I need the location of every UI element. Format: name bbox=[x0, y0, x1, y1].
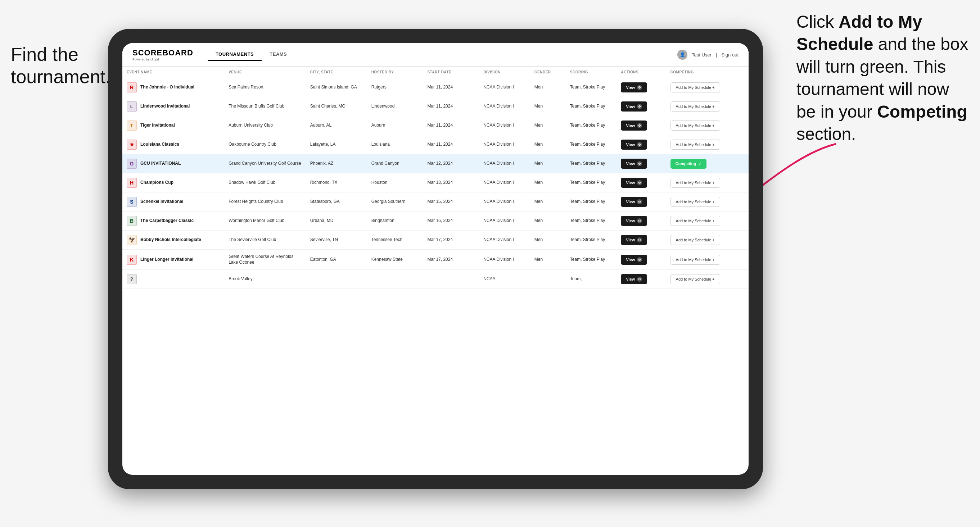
venue-cell: Forest Heights Country Club bbox=[224, 192, 306, 211]
city-cell: Statesboro, GA bbox=[306, 192, 367, 211]
add-to-schedule-button[interactable]: Add to My Schedule + bbox=[670, 235, 720, 245]
table-row: ? Brook ValleyNCAATeam, View ⊙ Add to My… bbox=[123, 270, 749, 289]
date-cell: Mar 11, 2024 bbox=[423, 78, 479, 97]
view-icon: ⊙ bbox=[637, 237, 642, 243]
logo-text: SCOREBOARD bbox=[132, 48, 193, 57]
competing-cell: Add to My Schedule + bbox=[666, 135, 749, 154]
venue-cell: Great Waters Course At Reynolds Lake Oco… bbox=[224, 250, 306, 270]
scoring-cell: Team, Stroke Play bbox=[566, 173, 617, 192]
view-button[interactable]: View ⊙ bbox=[621, 121, 647, 130]
gender-cell: Men bbox=[530, 135, 566, 154]
col-header-competing: COMPETING bbox=[666, 67, 749, 78]
division-cell: NCAA Division I bbox=[479, 97, 530, 116]
division-cell: NCAA Division I bbox=[479, 173, 530, 192]
view-button[interactable]: View ⊙ bbox=[621, 274, 647, 284]
team-logo: ⚜ bbox=[127, 140, 137, 150]
actions-cell: View ⊙ bbox=[617, 211, 666, 230]
view-button[interactable]: View ⊙ bbox=[621, 83, 647, 92]
city-cell: Auburn, AL bbox=[306, 116, 367, 135]
event-name-cell: G GCU INVITATIONAL bbox=[123, 154, 224, 173]
scoring-cell: Team, Stroke Play bbox=[566, 230, 617, 250]
division-cell: NCAA Division I bbox=[479, 154, 530, 173]
competing-cell: Competing bbox=[666, 154, 749, 173]
scoring-cell: Team, Stroke Play bbox=[566, 135, 617, 154]
view-button[interactable]: View ⊙ bbox=[621, 235, 647, 245]
view-icon: ⊙ bbox=[637, 277, 642, 282]
city-cell: Urbana, MD bbox=[306, 211, 367, 230]
hosted-cell bbox=[367, 270, 423, 289]
venue-cell: Sea Palms Resort bbox=[224, 78, 306, 97]
table-row: T Tiger Invitational Auburn University C… bbox=[123, 116, 749, 135]
team-logo: R bbox=[127, 83, 137, 92]
hosted-cell: Grand Canyon bbox=[367, 154, 423, 173]
table-row: H Champions Cup Shadow Hawk Golf ClubRic… bbox=[123, 173, 749, 192]
hosted-cell: Tennessee Tech bbox=[367, 230, 423, 250]
date-cell: Mar 11, 2024 bbox=[423, 116, 479, 135]
sign-out-link[interactable]: Sign out bbox=[721, 52, 738, 57]
view-button[interactable]: View ⊙ bbox=[621, 216, 647, 226]
competing-cell: Add to My Schedule + bbox=[666, 116, 749, 135]
gender-cell: Men bbox=[530, 97, 566, 116]
team-logo: 🦅 bbox=[127, 235, 137, 245]
add-to-schedule-button[interactable]: Add to My Schedule + bbox=[670, 274, 720, 284]
event-name-text: Tiger Invitational bbox=[140, 123, 175, 129]
view-icon: ⊙ bbox=[637, 123, 642, 128]
date-cell: Mar 11, 2024 bbox=[423, 97, 479, 116]
view-button[interactable]: View ⊙ bbox=[621, 255, 647, 265]
table-row: K Linger Longer Invitational Great Water… bbox=[123, 250, 749, 270]
table-header-row: EVENT NAME VENUE CITY, STATE HOSTED BY S… bbox=[123, 67, 749, 78]
venue-cell: Shadow Hawk Golf Club bbox=[224, 173, 306, 192]
city-cell bbox=[306, 270, 367, 289]
add-to-schedule-button[interactable]: Add to My Schedule + bbox=[670, 140, 720, 150]
view-button[interactable]: View ⊙ bbox=[621, 102, 647, 111]
annotation-left: Find the tournament. bbox=[11, 43, 111, 88]
tab-tournaments[interactable]: TOURNAMENTS bbox=[208, 49, 262, 61]
hosted-cell: Rutgers bbox=[367, 78, 423, 97]
venue-cell: Auburn University Club bbox=[224, 116, 306, 135]
add-to-schedule-button[interactable]: Add to My Schedule + bbox=[670, 178, 720, 188]
competing-cell: Add to My Schedule + bbox=[666, 270, 749, 289]
table-row: B The Carpetbagger Classic Worthington M… bbox=[123, 211, 749, 230]
hosted-cell: Georgia Southern bbox=[367, 192, 423, 211]
competing-cell: Add to My Schedule + bbox=[666, 230, 749, 250]
add-to-schedule-button[interactable]: Add to My Schedule + bbox=[670, 255, 720, 265]
col-header-actions: ACTIONS bbox=[617, 67, 666, 78]
add-to-schedule-button[interactable]: Add to My Schedule + bbox=[670, 197, 720, 207]
venue-cell: Brook Valley bbox=[224, 270, 306, 289]
city-cell: Lafayette, LA bbox=[306, 135, 367, 154]
competing-cell: Add to My Schedule + bbox=[666, 211, 749, 230]
event-name-cell: R The Johnnie - O Individual bbox=[123, 78, 224, 97]
table-row: R The Johnnie - O Individual Sea Palms R… bbox=[123, 78, 749, 97]
gender-cell: Men bbox=[530, 230, 566, 250]
view-button[interactable]: View ⊙ bbox=[621, 140, 647, 150]
view-button[interactable]: View ⊙ bbox=[621, 178, 647, 188]
actions-cell: View ⊙ bbox=[617, 78, 666, 97]
event-name-cell: K Linger Longer Invitational bbox=[123, 250, 224, 270]
add-to-schedule-button[interactable]: Add to My Schedule + bbox=[670, 102, 720, 111]
team-logo: H bbox=[127, 178, 137, 188]
event-name-cell: S Schenkel Invitational bbox=[123, 192, 224, 211]
actions-cell: View ⊙ bbox=[617, 173, 666, 192]
tab-teams[interactable]: TEAMS bbox=[262, 49, 295, 61]
logo-area: SCOREBOARD Powered by clippd bbox=[132, 48, 193, 61]
table-row: L Lindenwood Invitational The Missouri B… bbox=[123, 97, 749, 116]
view-button[interactable]: View ⊙ bbox=[621, 159, 647, 169]
scoring-cell: Team, Stroke Play bbox=[566, 78, 617, 97]
team-logo: B bbox=[127, 216, 137, 226]
date-cell: Mar 12, 2024 bbox=[423, 154, 479, 173]
scoring-cell: Team, bbox=[566, 270, 617, 289]
actions-cell: View ⊙ bbox=[617, 154, 666, 173]
add-to-schedule-button[interactable]: Add to My Schedule + bbox=[670, 121, 720, 130]
event-name-text: Schenkel Invitational bbox=[140, 199, 183, 205]
tournaments-table: EVENT NAME VENUE CITY, STATE HOSTED BY S… bbox=[123, 67, 749, 289]
competing-cell: Add to My Schedule + bbox=[666, 250, 749, 270]
team-logo: L bbox=[127, 102, 137, 111]
view-button[interactable]: View ⊙ bbox=[621, 197, 647, 207]
add-to-schedule-button[interactable]: Add to My Schedule + bbox=[670, 83, 720, 92]
city-cell: Saint Simons Island, GA bbox=[306, 78, 367, 97]
add-to-schedule-button[interactable]: Add to My Schedule + bbox=[670, 216, 720, 226]
competing-cell: Add to My Schedule + bbox=[666, 192, 749, 211]
competing-button[interactable]: Competing bbox=[670, 159, 706, 169]
hosted-cell: Louisiana bbox=[367, 135, 423, 154]
team-logo: T bbox=[127, 121, 137, 130]
